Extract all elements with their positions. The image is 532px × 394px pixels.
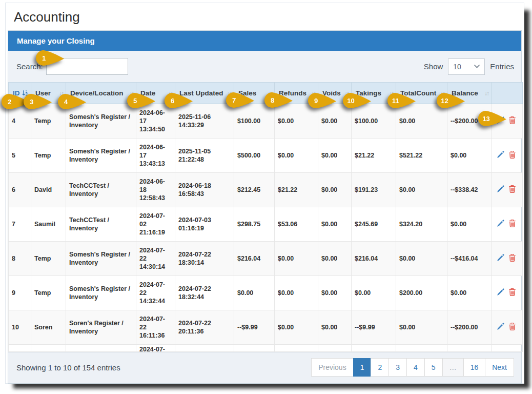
cell-date: 2024-06-17 13:34:50 bbox=[136, 104, 175, 139]
entries-label: Entries bbox=[490, 62, 514, 71]
cell-device: Soren's Register / Inventory bbox=[66, 310, 136, 345]
cell-user: Soren bbox=[31, 310, 66, 345]
cell-refunds: $0.00 bbox=[275, 104, 318, 139]
column-header-date[interactable]: Date↓↑ bbox=[136, 83, 175, 104]
partial-date-text: 2024-07- bbox=[139, 346, 172, 351]
edit-button[interactable] bbox=[496, 288, 505, 298]
edit-button[interactable] bbox=[496, 253, 505, 264]
cell-date: 2024-06-18 12:58:43 bbox=[136, 173, 175, 207]
delete-button[interactable] bbox=[508, 253, 517, 264]
cell-date: 2024-07-22 14:32:44 bbox=[136, 276, 175, 310]
edit-button[interactable] bbox=[496, 219, 505, 229]
pencil-icon bbox=[496, 322, 505, 331]
show-entries-select[interactable]: 10 bbox=[448, 58, 485, 75]
trash-icon bbox=[508, 322, 517, 331]
column-header-takings[interactable]: Takings↓↑ bbox=[352, 83, 396, 104]
column-header-device-location[interactable]: Device/Location↓↑ bbox=[66, 83, 136, 104]
cell-refunds: $21.22 bbox=[275, 173, 318, 207]
cell-empty bbox=[31, 345, 66, 352]
trash-icon bbox=[508, 116, 517, 125]
trash-icon bbox=[508, 150, 517, 159]
cell-device: Somesh's Register / Inventory bbox=[66, 139, 136, 173]
cell-last-updated: 2025-11-06 14:33:29 bbox=[175, 104, 234, 139]
page-button-ellipsis[interactable]: … bbox=[442, 358, 464, 377]
table-row: 5TempSomesh's Register / Inventory2024-0… bbox=[9, 139, 523, 173]
closing-panel: Manage your Closing Search: Show 10 Entr… bbox=[8, 30, 522, 384]
panel-heading: Manage your Closing bbox=[8, 31, 521, 51]
column-header-user[interactable]: User↓↑ bbox=[31, 83, 66, 104]
column-header-sales[interactable]: Sales↓↑ bbox=[234, 83, 275, 104]
column-header-last-updated[interactable]: Last Updated↓↑ bbox=[175, 83, 234, 104]
cell-empty bbox=[447, 345, 492, 352]
page-button-16[interactable]: 16 bbox=[463, 358, 486, 377]
delete-button[interactable] bbox=[508, 219, 517, 229]
page-button-3[interactable]: 3 bbox=[388, 358, 407, 377]
cell-balance: --$416.04 bbox=[447, 242, 492, 276]
cell-last-updated: 2024-07-22 20:11:36 bbox=[175, 310, 234, 345]
page-button-4[interactable]: 4 bbox=[406, 358, 425, 377]
table-row: 6DavidTechCCTest / Inventory2024-06-18 1… bbox=[9, 173, 523, 207]
cell-date: 2024-06-17 13:43:13 bbox=[136, 139, 175, 173]
delete-button[interactable] bbox=[508, 185, 517, 195]
page-button-5[interactable]: 5 bbox=[424, 358, 443, 377]
cell-user: Temp bbox=[31, 104, 66, 139]
cell-id: 6 bbox=[9, 173, 31, 207]
column-label: Date bbox=[140, 89, 155, 97]
page-button-previous[interactable]: Previous bbox=[311, 358, 353, 377]
column-label: Takings bbox=[356, 89, 381, 97]
table-header-row: IDUser↓↑Device/Location↓↑Date↓↑Last Upda… bbox=[9, 83, 523, 104]
sort-both-icon: ↓↑ bbox=[484, 90, 488, 97]
trash-icon bbox=[508, 185, 517, 193]
cell-balance: $0.00 bbox=[447, 276, 492, 310]
cell-refunds: $0.00 bbox=[275, 242, 318, 276]
cell-refunds: $0.00 bbox=[275, 139, 318, 173]
delete-button[interactable] bbox=[508, 116, 517, 126]
column-header-balance[interactable]: Balance↓↑ bbox=[447, 83, 492, 104]
page-button-2[interactable]: 2 bbox=[371, 358, 389, 377]
cell-actions bbox=[492, 207, 523, 242]
cell-id: 8 bbox=[9, 242, 31, 276]
edit-button[interactable] bbox=[496, 116, 505, 126]
cell-voids: $0.00 bbox=[318, 104, 352, 139]
column-header-totalcount[interactable]: TotalCount↓↑ bbox=[396, 83, 447, 104]
cell-refunds: $53.06 bbox=[275, 207, 318, 242]
cell-date: 2024-07-22 14:30:14 bbox=[136, 242, 175, 276]
delete-button[interactable] bbox=[508, 322, 517, 332]
pencil-icon bbox=[496, 288, 505, 297]
cell-sales: $0.00 bbox=[234, 276, 275, 310]
column-header-voids[interactable]: Voids↓↑ bbox=[318, 83, 352, 104]
cell-date: 2024-07- bbox=[136, 345, 175, 352]
chevron-down-icon bbox=[474, 65, 480, 68]
column-header-id[interactable]: ID bbox=[9, 83, 31, 104]
cell-balance: $0.00 bbox=[447, 139, 492, 173]
cell-empty bbox=[318, 345, 352, 352]
column-label: Balance bbox=[452, 89, 478, 97]
page-button-1[interactable]: 1 bbox=[353, 358, 372, 377]
cell-total-count: $0.00 bbox=[396, 310, 447, 345]
cell-refunds: $0.00 bbox=[275, 310, 318, 345]
cell-device: Somesh's Register / Inventory bbox=[66, 104, 136, 139]
cell-date: 2024-07-22 16:11:36 bbox=[136, 310, 175, 345]
cell-last-updated: 2024-07-03 01:16:19 bbox=[175, 207, 234, 242]
cell-empty bbox=[275, 345, 318, 352]
table-row: 7SaumilTechCCTest / Inventory2024-07-02 … bbox=[9, 207, 523, 242]
column-label: Voids bbox=[322, 89, 341, 97]
cell-actions bbox=[492, 104, 523, 139]
edit-button[interactable] bbox=[496, 185, 505, 195]
cell-sales: $100.00 bbox=[234, 104, 275, 139]
pencil-icon bbox=[496, 116, 505, 125]
page-button-next[interactable]: Next bbox=[485, 358, 514, 377]
delete-button[interactable] bbox=[508, 288, 517, 298]
cell-sales: $212.45 bbox=[234, 173, 275, 207]
cell-id: 7 bbox=[9, 207, 31, 242]
delete-button[interactable] bbox=[508, 150, 517, 161]
search-input[interactable] bbox=[46, 58, 128, 75]
cell-sales: --$9.99 bbox=[234, 310, 275, 345]
column-header-refunds[interactable]: Refunds↓↑ bbox=[275, 83, 318, 104]
cell-takings: $0.00 bbox=[352, 276, 396, 310]
cell-balance: --$338.42 bbox=[447, 173, 492, 207]
cell-total-count: $200.00 bbox=[396, 276, 447, 310]
pencil-icon bbox=[496, 150, 505, 159]
edit-button[interactable] bbox=[496, 150, 505, 161]
edit-button[interactable] bbox=[496, 322, 505, 332]
